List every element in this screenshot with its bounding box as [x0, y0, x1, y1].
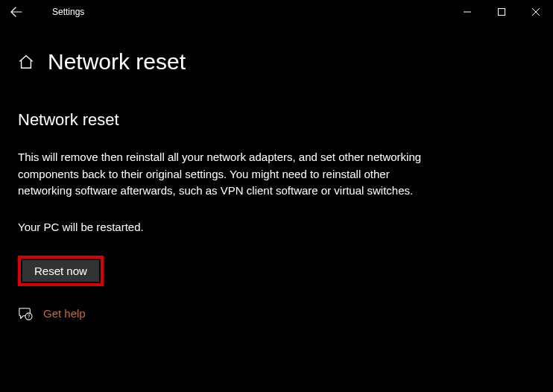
- svg-text:?: ?: [28, 314, 31, 319]
- close-icon: [532, 8, 540, 16]
- content-area: Network reset Network reset This will re…: [0, 24, 553, 320]
- minimize-icon: [464, 8, 471, 16]
- reset-button-highlight: Reset now: [18, 256, 104, 286]
- reset-now-button[interactable]: Reset now: [22, 260, 99, 282]
- window-controls: [450, 0, 553, 24]
- page-header: Network reset: [18, 49, 535, 75]
- chat-help-icon: ?: [18, 307, 33, 320]
- help-row: ? Get help: [18, 307, 535, 320]
- app-title: Settings: [52, 7, 84, 17]
- back-button[interactable]: [4, 0, 28, 24]
- page-title: Network reset: [48, 49, 186, 75]
- arrow-left-icon: [10, 6, 22, 18]
- section-heading: Network reset: [18, 110, 535, 130]
- get-help-link[interactable]: Get help: [43, 307, 86, 320]
- titlebar: Settings: [0, 0, 553, 24]
- home-icon[interactable]: [18, 54, 34, 70]
- maximize-button[interactable]: [484, 0, 519, 24]
- maximize-icon: [498, 8, 505, 16]
- svg-rect-1: [499, 9, 505, 16]
- restart-note: Your PC will be restarted.: [18, 221, 535, 233]
- titlebar-left: Settings: [4, 0, 84, 24]
- description-text: This will remove then reinstall all your…: [18, 149, 435, 200]
- close-button[interactable]: [519, 0, 553, 24]
- minimize-button[interactable]: [450, 0, 484, 24]
